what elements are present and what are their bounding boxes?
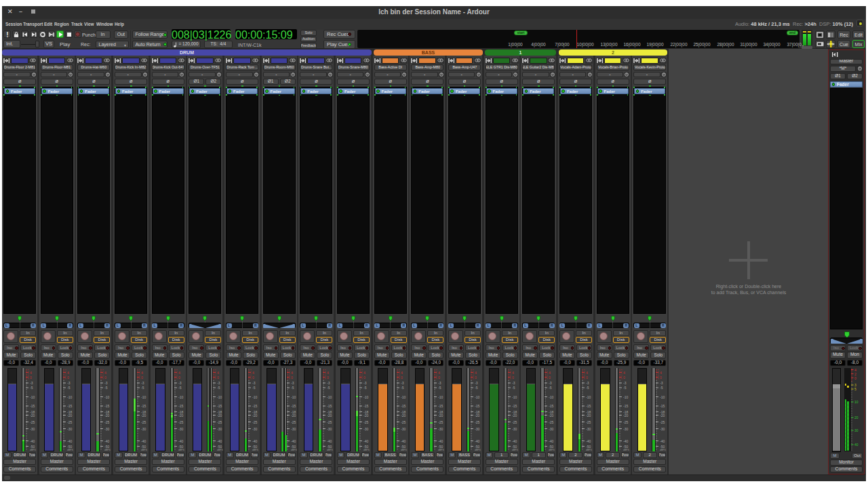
svg-text:-30: -30 [327,427,332,431]
svg-text:-5: -5 [623,386,627,390]
svg-text:4: 4 [291,371,293,375]
svg-text:-30: -30 [104,427,109,431]
svg-text:-20: -20 [104,413,109,418]
svg-text:-50: -50 [475,445,479,449]
svg-text:4: 4 [327,371,329,375]
svg-text:dBFS: dBFS [586,449,592,451]
svg-text:-40: -40 [30,439,35,443]
svg-text:-50: -50 [327,445,332,449]
svg-text:-40: -40 [549,439,553,443]
svg-text:-15: -15 [549,404,553,408]
svg-text:-30: -30 [438,427,443,431]
svg-text:-20: -20 [327,413,332,418]
svg-text:-40: -40 [67,439,72,443]
svg-text:-15: -15 [586,404,591,408]
svg-text:-40: -40 [327,439,332,443]
svg-text:-30: -30 [141,427,146,431]
svg-text:-3: -3 [623,381,627,385]
svg-text:0: 0 [401,375,403,380]
svg-text:-10: -10 [178,395,183,399]
svg-text:-30: -30 [401,427,406,431]
svg-text:-30: -30 [252,427,257,431]
svg-text:-5: -5 [327,386,330,390]
svg-text:-50: -50 [586,445,591,449]
svg-text:4: 4 [549,371,551,375]
svg-text:-50: -50 [291,445,296,449]
svg-text:-20: -20 [252,413,257,418]
svg-text:-20: -20 [67,413,72,418]
svg-text:-20: -20 [549,413,553,418]
svg-text:-3: -3 [586,381,589,385]
svg-text:-40: -40 [512,439,517,443]
svg-text:-30: -30 [217,427,222,431]
svg-text:4: 4 [363,371,366,375]
svg-text:-3: -3 [178,381,182,385]
svg-text:4: 4 [104,371,106,375]
svg-text:-50: -50 [549,445,553,449]
svg-text:-10: -10 [475,395,479,399]
svg-text:-40: -40 [660,439,665,443]
svg-text:-40: -40 [623,439,628,443]
svg-text:-30: -30 [660,427,665,431]
svg-text:dBFS: dBFS [327,449,333,451]
svg-text:-20: -20 [401,413,406,418]
svg-text:-20: -20 [363,413,368,418]
svg-text:4: 4 [30,371,32,375]
svg-text:30: 30 [854,428,859,432]
svg-text:4: 4 [586,371,588,375]
svg-text:-15: -15 [512,404,517,408]
svg-text:-50: -50 [401,445,406,449]
svg-text:-25: -25 [586,420,591,424]
svg-text:-25: -25 [660,420,665,424]
svg-text:-15: -15 [660,404,665,408]
svg-text:-40: -40 [291,439,296,443]
svg-text:-40: -40 [401,439,406,443]
svg-text:-30: -30 [363,427,368,431]
svg-text:-20: -20 [586,413,591,418]
svg-text:-5: -5 [141,386,144,390]
svg-text:-15: -15 [141,404,146,408]
svg-text:-20: -20 [660,413,665,418]
svg-text:-3: -3 [549,381,552,385]
svg-text:-5: -5 [67,386,71,390]
svg-text:40: 40 [854,443,859,447]
svg-text:-20: -20 [438,413,443,418]
svg-text:dBFS: dBFS [67,449,73,451]
svg-text:-3: -3 [217,381,220,385]
svg-text:-15: -15 [30,404,35,408]
svg-text:0: 0 [363,375,366,380]
svg-text:-5: -5 [252,386,256,390]
svg-text:-30: -30 [512,427,517,431]
svg-text:dBFS: dBFS [438,449,444,451]
svg-text:-3: -3 [141,381,144,385]
svg-text:dBFS: dBFS [104,449,111,451]
svg-text:-3: -3 [438,381,441,385]
svg-text:-40: -40 [252,439,257,443]
svg-text:-3: -3 [475,381,478,385]
svg-text:0: 0 [549,375,551,380]
svg-text:-20: -20 [291,413,296,418]
svg-text:-15: -15 [178,404,183,408]
svg-text:4: 4 [401,371,403,375]
svg-text:-25: -25 [549,420,553,424]
svg-text:-25: -25 [512,420,517,424]
svg-text:0: 0 [104,375,106,380]
svg-text:-10: -10 [217,395,222,399]
svg-text:dBFS: dBFS [252,449,258,451]
svg-text:-5: -5 [30,386,33,390]
svg-text:4: 4 [623,371,625,375]
svg-text:dBFS: dBFS [623,449,629,451]
svg-text:4: 4 [512,371,514,375]
svg-text:-15: -15 [291,404,296,408]
svg-text:-50: -50 [141,445,146,449]
svg-text:-5: -5 [363,386,367,390]
svg-text:!: ! [6,31,8,38]
svg-text:-5: -5 [586,386,589,390]
svg-text:0: 0 [30,375,32,380]
svg-text:-40: -40 [475,439,479,443]
svg-text:-5: -5 [104,386,108,390]
svg-text:-30: -30 [291,427,296,431]
svg-text:-25: -25 [178,420,183,424]
svg-text:dBFS: dBFS [178,449,184,451]
svg-text:-50: -50 [178,445,183,449]
